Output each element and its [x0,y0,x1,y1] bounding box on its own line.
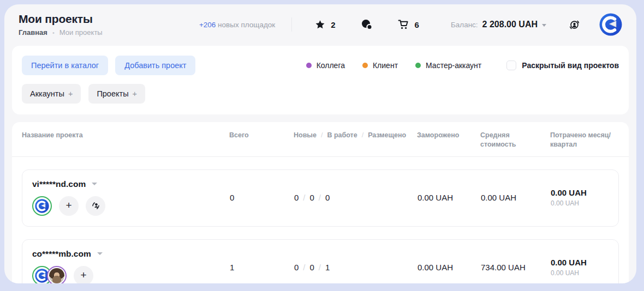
cell-statuses: 0/0/1 [294,263,418,272]
cell-new: 0 [294,193,299,202]
cart-button[interactable]: 6 [398,19,419,30]
col-header-in-progress: В работе [327,131,357,139]
slash-separator: / [362,131,363,139]
col-header-total: Всего [229,131,294,140]
plus-icon: + [80,270,86,280]
slash-separator: / [321,131,323,139]
project-name-dropdown[interactable]: co*****mb.com [32,249,230,259]
col-header-placed: Размещено [368,131,406,139]
projects-table: Название проекта Всего Новые/В работе/Ра… [12,122,629,283]
colleague-dot-icon [306,63,312,68]
new-sites-count: +206 [199,21,216,29]
master-account-avatar[interactable] [32,196,52,216]
legend-item-master-account: Мастер-аккаунт [415,61,481,70]
go-to-catalog-button[interactable]: Перейти в каталог [22,56,108,75]
breadcrumb-home-link[interactable]: Главная [19,28,47,37]
cell-avg-cost: 734.00 UAH [481,263,551,272]
notifications-icon [568,19,581,31]
cell-total: 1 [230,263,294,272]
add-account-button[interactable]: + [59,196,79,216]
spent-month: 0.00 UAH [551,188,609,197]
toolbar-card: Перейти в каталог Добавить проект Коллег… [12,46,629,114]
project-cell-name: vi*****nd.com + [32,179,230,216]
master-account-dot-icon [415,63,421,68]
plus-icon: + [65,200,71,210]
client-dot-icon [362,63,368,68]
col-header-new: Новые [294,131,317,139]
plus-icon: + [68,89,73,98]
cell-new: 0 [294,263,299,272]
page-title: Мои проекты [19,13,103,26]
cell-total: 0 [230,193,294,202]
slash-separator: / [319,263,321,272]
expanded-view-toggle[interactable]: Раскрытый вид проектов [506,60,619,70]
spent-month: 0.00 UAH [551,258,609,267]
notifications-button[interactable] [568,19,581,31]
collaborator-logo [35,199,49,213]
cell-avg-cost: 0.00 UAH [481,193,551,202]
cell-statuses: 0/0/0 [294,193,418,202]
title-block: Мои проекты Главная • Мои проекты [19,13,103,37]
project-name: co*****mb.com [32,249,91,259]
new-sites-link[interactable]: +206 новых площадок [199,21,275,29]
transfer-user-button[interactable] [86,196,105,216]
expanded-view-checkbox[interactable] [506,60,516,70]
chevron-down-icon [542,24,546,27]
col-header-spent: Потрачено месяц/квартал [550,131,611,149]
desktop-background: Мои проекты Главная • Мои проекты +206 н… [0,0,644,291]
expanded-view-label: Раскрытый вид проектов [522,61,619,70]
breadcrumb-current: Мои проекты [59,28,103,37]
slash-separator: / [319,193,321,202]
balance-label: Баланс: [451,21,478,29]
project-row: vi*****nd.com + [22,169,619,227]
collaborator-logo [599,13,622,36]
add-project-button[interactable]: Добавить проект [115,56,195,75]
app-window: Мои проекты Главная • Мои проекты +206 н… [4,4,636,283]
cart-icon [398,19,409,30]
profile-logo-button[interactable] [599,13,622,36]
col-header-frozen: Заморожено [417,131,480,140]
balance-value: 2 208.00 UAH [482,20,538,29]
legend-item-colleague: Коллега [306,61,345,70]
cell-spent: 0.00 UAH 0.00 UAH [551,188,609,207]
transfer-user-icon [91,201,101,211]
cell-frozen: 0.00 UAH [418,193,481,202]
cell-in-progress: 0 [310,263,314,272]
slash-separator: / [303,263,305,272]
project-name: vi*****nd.com [32,179,86,189]
projects-filter-button[interactable]: Проекты+ [88,84,145,104]
project-name-dropdown[interactable]: vi*****nd.com [32,179,230,189]
balance-dropdown[interactable]: Баланс: 2 208.00 UAH [451,20,546,29]
new-sites-label: новых площадок [218,21,275,29]
avatar [49,268,64,283]
legend-label: Коллега [317,61,345,70]
legend-label: Клиент [373,61,398,70]
chevron-down-icon [97,252,103,255]
chevron-down-icon [92,183,97,185]
col-header-statuses: Новые/В работе/Размещено [294,131,417,140]
legend-label: Мастер-аккаунт [426,61,481,70]
spent-quarter: 0.00 UAH [551,199,609,207]
header-divider [291,17,292,32]
project-avatars: + [32,196,230,216]
accounts-filter-button[interactable]: Аккаунты+ [22,84,81,104]
cell-placed: 0 [325,193,330,202]
table-header-row: Название проекта Всего Новые/В работе/Ра… [12,122,629,157]
cell-placed: 1 [325,263,330,272]
plus-icon: + [133,89,137,98]
colleague-avatar[interactable] [47,266,67,283]
chat-button[interactable] [361,19,373,31]
project-avatars: + [32,266,230,283]
favorites-button[interactable]: 2 [315,20,335,30]
legend-item-client: Клиент [362,61,398,70]
slash-separator: / [303,193,305,202]
col-header-avg-cost: Средняя стоимость [480,131,532,149]
project-row: co*****mb.com + [22,239,619,283]
cell-frozen: 0.00 UAH [418,263,481,272]
add-account-button[interactable]: + [74,266,93,283]
favorites-count: 2 [331,20,335,29]
account-type-legend: Коллега Клиент Мастер-аккаунт [306,61,482,70]
cell-in-progress: 0 [310,193,314,202]
star-icon [315,20,325,30]
breadcrumb: Главная • Мои проекты [19,28,103,37]
